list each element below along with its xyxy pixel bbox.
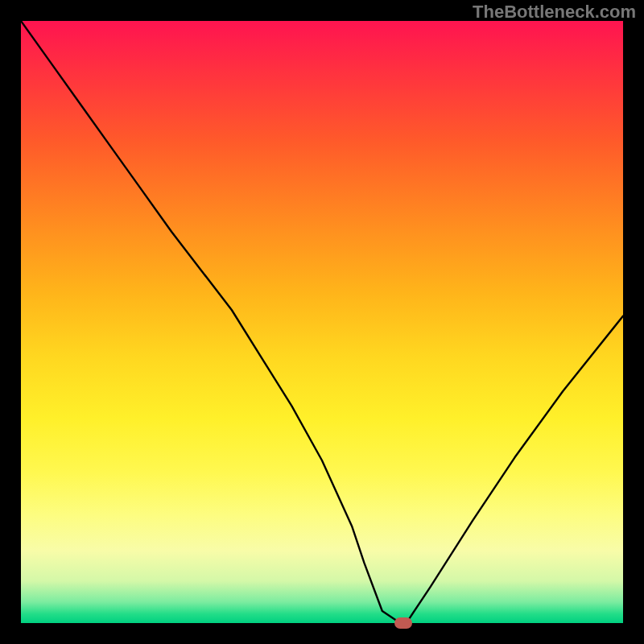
chart-container: TheBottleneck.com bbox=[0, 0, 644, 644]
plot-area bbox=[21, 21, 623, 623]
optimum-marker bbox=[394, 617, 412, 629]
bottleneck-curve bbox=[21, 21, 623, 623]
curve-svg bbox=[21, 21, 623, 623]
watermark-text: TheBottleneck.com bbox=[473, 2, 636, 23]
